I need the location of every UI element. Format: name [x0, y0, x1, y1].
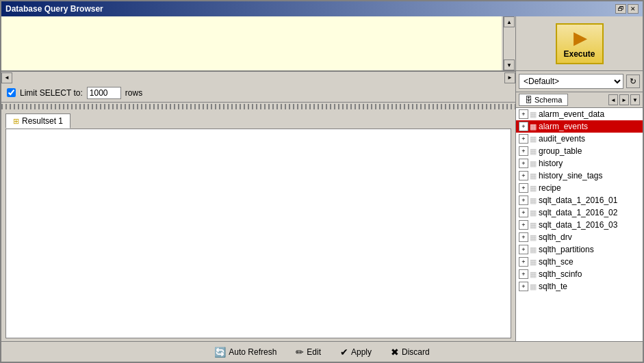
tree-expand-icon[interactable]: +: [519, 269, 528, 279]
tree-expand-icon[interactable]: +: [519, 122, 528, 131]
scroll-down-button[interactable]: ▼: [504, 59, 515, 70]
left-panel: ▲ ▼ ◄ ► Limit SELECT to: rows: [1, 16, 516, 341]
tree-item[interactable]: +▦alarm_event_data: [516, 108, 643, 120]
tree-item[interactable]: +▦recipe: [516, 182, 643, 194]
edit-icon: ✏: [296, 347, 304, 358]
edit-label: Edit: [307, 347, 321, 357]
tree-expand-icon[interactable]: +: [519, 245, 528, 254]
table-icon: ▦: [530, 270, 537, 279]
schema-nav: ◄ ► ▼: [608, 94, 640, 105]
options-row: Limit SELECT to: rows: [1, 83, 515, 103]
result-area: [5, 129, 511, 338]
tree-item[interactable]: +▦sqlth_partitions: [516, 243, 643, 256]
tree-item-label: alarm_event_data: [539, 109, 604, 119]
tree-item[interactable]: +▦sqlth_drv: [516, 231, 643, 243]
table-icon: ▦: [530, 110, 537, 119]
schema-nav-right-button[interactable]: ►: [619, 94, 629, 105]
tree-expand-icon[interactable]: +: [519, 171, 528, 180]
tabs-row: ⊞ Resultset 1: [1, 111, 515, 129]
auto-refresh-icon: 🔄: [214, 347, 226, 358]
tree-item[interactable]: +▦sqlth_sce: [516, 256, 643, 268]
tree-item[interactable]: +▦sqlt_data_1_2016_03: [516, 219, 643, 231]
tree-item-label: history_sine_tags: [539, 171, 602, 180]
table-icon: ▦: [530, 221, 537, 230]
scroll-x-track: [12, 72, 504, 83]
tree-item[interactable]: +▦sqlt_data_1_2016_02: [516, 206, 643, 219]
apply-button[interactable]: ✔ Apply: [336, 345, 376, 359]
tree-item[interactable]: +▦audit_events: [516, 133, 643, 145]
refresh-button[interactable]: ↻: [626, 75, 640, 88]
tree-expand-icon[interactable]: +: [519, 109, 528, 119]
tree-item-label: sqlth_sce: [539, 257, 574, 267]
title-bar: Database Query Browser 🗗 ✕: [1, 1, 643, 16]
tab-label: Resultset 1: [22, 116, 63, 126]
execute-icon: ▶: [574, 29, 586, 48]
limit-value-input[interactable]: [87, 87, 121, 99]
auto-refresh-button[interactable]: 🔄 Auto Refresh: [210, 345, 281, 359]
tab-resultset1[interactable]: ⊞ Resultset 1: [5, 113, 70, 129]
table-icon: ▦: [530, 135, 537, 144]
tree-item-label: history: [539, 159, 563, 168]
auto-refresh-label: Auto Refresh: [229, 347, 276, 357]
schema-nav-menu-button[interactable]: ▼: [630, 94, 640, 105]
table-icon: ▦: [530, 258, 537, 267]
query-input[interactable]: [1, 16, 502, 70]
tree-expand-icon[interactable]: +: [519, 134, 528, 144]
query-scrollbar-y: ▲ ▼: [503, 16, 515, 70]
apply-icon: ✔: [340, 347, 348, 358]
tree-expand-icon[interactable]: +: [519, 232, 528, 242]
tree-expand-icon[interactable]: +: [519, 183, 528, 193]
scroll-up-button[interactable]: ▲: [504, 16, 515, 27]
discard-button[interactable]: ✖ Discard: [387, 345, 434, 359]
table-icon: ▦: [530, 233, 537, 242]
table-icon: ▦: [530, 196, 537, 205]
divider: [1, 104, 515, 109]
tree-item[interactable]: +▦history: [516, 157, 643, 170]
scroll-track: [504, 27, 515, 59]
table-icon: ▦: [530, 147, 537, 156]
schema-tab[interactable]: 🗄 Schema: [519, 94, 568, 106]
tree-item-label: group_table: [539, 146, 582, 156]
tree-item[interactable]: +▦sqlth_scinfo: [516, 268, 643, 280]
apply-label: Apply: [351, 347, 372, 357]
tree-expand-icon[interactable]: +: [519, 220, 528, 230]
execute-label: Execute: [563, 49, 595, 59]
tree-expand-icon[interactable]: +: [519, 208, 528, 217]
tree-expand-icon[interactable]: +: [519, 196, 528, 205]
tree-item[interactable]: +▦history_sine_tags: [516, 170, 643, 182]
content-area: ▲ ▼ ◄ ► Limit SELECT to: rows: [1, 16, 643, 341]
tree-item-label: audit_events: [539, 134, 585, 144]
tree-item-label: sqlt_data_1_2016_02: [539, 208, 617, 217]
tree-expand-icon[interactable]: +: [519, 146, 528, 156]
table-icon: ▦: [530, 184, 537, 193]
tree-area: +▦alarm_event_data+▦alarm_events+▦audit_…: [516, 108, 643, 341]
discard-icon: ✖: [391, 347, 399, 358]
table-icon: ▦: [530, 282, 537, 291]
limit-label: Limit SELECT to:: [20, 88, 83, 98]
tree-item[interactable]: +▦group_table: [516, 145, 643, 157]
schema-nav-left-button[interactable]: ◄: [608, 94, 618, 105]
limit-checkbox[interactable]: [7, 88, 16, 97]
schema-tab-label: Schema: [534, 96, 562, 104]
edit-button[interactable]: ✏ Edit: [292, 345, 325, 359]
tree-expand-icon[interactable]: +: [519, 257, 528, 267]
table-icon: ▦: [530, 172, 537, 180]
close-button[interactable]: ✕: [628, 4, 639, 14]
tree-item[interactable]: +▦alarm_events: [516, 120, 643, 133]
tree-item-label: sqlt_data_1_2016_01: [539, 196, 617, 205]
tree-item[interactable]: +▦sqlt_data_1_2016_01: [516, 194, 643, 206]
execute-button[interactable]: ▶ Execute: [556, 23, 604, 64]
schema-header: <Default> ↻: [516, 71, 643, 92]
tree-item[interactable]: +▦sqlth_te: [516, 280, 643, 293]
tree-item-label: sqlth_scinfo: [539, 269, 582, 279]
scroll-left-button[interactable]: ◄: [1, 72, 12, 83]
query-scrollbar-x: ◄ ►: [1, 71, 515, 83]
restore-button[interactable]: 🗗: [615, 4, 626, 14]
window-controls: 🗗 ✕: [615, 4, 639, 14]
scroll-right-button[interactable]: ►: [504, 72, 515, 83]
tree-expand-icon[interactable]: +: [519, 282, 528, 291]
schema-select[interactable]: <Default>: [519, 74, 623, 89]
tree-expand-icon[interactable]: +: [519, 159, 528, 168]
discard-label: Discard: [402, 347, 430, 357]
execute-btn-area: ▶ Execute: [516, 16, 643, 71]
